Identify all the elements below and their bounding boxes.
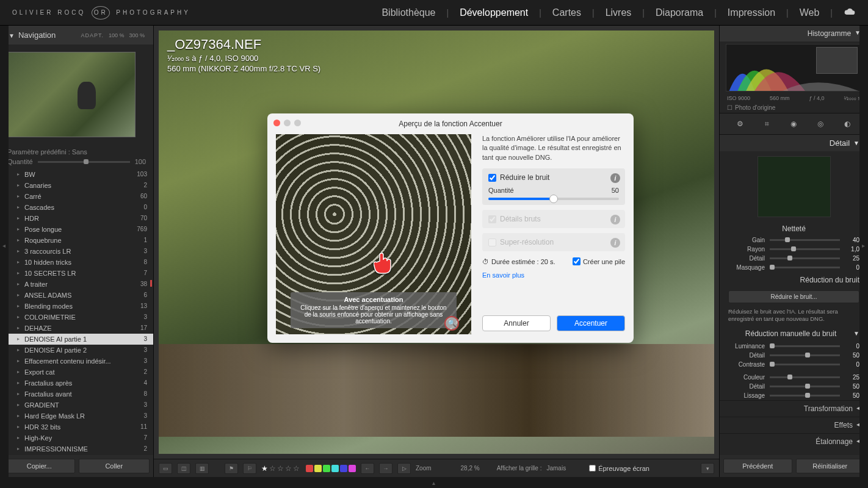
collection-effacement-contenu-ind-sir-[interactable]: ▸Effacement contenu indésir...3 bbox=[0, 356, 153, 367]
nav-fit-label[interactable]: ADAPT. bbox=[81, 32, 104, 38]
module-slideshow[interactable]: Diaporama bbox=[656, 7, 703, 18]
super-resolution-checkbox: Super-résolution bbox=[488, 238, 619, 246]
magnifier-icon[interactable]: 🔍 bbox=[444, 316, 459, 331]
collection-hdr[interactable]: ▸HDR70 bbox=[0, 213, 153, 224]
create-stack-checkbox[interactable]: Créer une pile bbox=[573, 257, 625, 265]
zoom-label: Zoom bbox=[416, 465, 432, 472]
play-icon[interactable]: ▷ bbox=[397, 463, 411, 474]
denoise-ai-button[interactable]: Réduire le bruit... bbox=[728, 290, 859, 303]
panel-effets[interactable]: Effets◂ bbox=[720, 417, 868, 433]
module-develop[interactable]: Développement bbox=[460, 7, 528, 18]
prev-photo-icon[interactable]: ← bbox=[361, 463, 374, 474]
detail-panel-header[interactable]: Détail▼ bbox=[720, 135, 868, 151]
collection-impressionnisme[interactable]: ▸IMPRESSIONNISME2 bbox=[0, 443, 153, 454]
color-labels[interactable] bbox=[306, 465, 356, 472]
denoise-checkbox[interactable]: Réduire le bruit bbox=[488, 173, 619, 182]
histogram[interactable] bbox=[726, 44, 862, 92]
collection-colorimetrie[interactable]: ▸COLORIMETRIE3 bbox=[0, 312, 153, 323]
local-tools-strip: ⚙ ⌗ ◉ ◎ ◐ bbox=[720, 113, 868, 135]
histogram-header[interactable]: Histogramme▼ bbox=[720, 26, 868, 41]
navigator-header[interactable]: ▼Navigation ADAPT. 100 % 300 % bbox=[0, 26, 153, 45]
collection-canaries[interactable]: ▸Canaries2 bbox=[0, 180, 153, 191]
collection-carr-[interactable]: ▸Carré60 bbox=[0, 191, 153, 202]
slider-détail[interactable]: Détail50 bbox=[720, 351, 868, 360]
collection-intersection[interactable]: ▸Intersection4 bbox=[0, 454, 153, 455]
collection-hdr-32-bits[interactable]: ▸HDR 32 bits11 bbox=[0, 422, 153, 432]
copy-button[interactable]: Copier... bbox=[4, 459, 75, 473]
raw-details-checkbox: Détails bruts bbox=[488, 215, 619, 223]
slider-couleur[interactable]: Couleur25 bbox=[720, 373, 868, 382]
redeye-icon[interactable]: ◎ bbox=[814, 118, 826, 129]
flag-pick-icon[interactable]: ⚑ bbox=[225, 463, 238, 474]
mask-icon[interactable]: ◐ bbox=[841, 118, 853, 129]
collection-10-secrets-lr[interactable]: ▸10 SECRETS LR7 bbox=[0, 268, 153, 279]
slider-gain[interactable]: Gain40 bbox=[720, 235, 868, 245]
module-books[interactable]: Livres bbox=[606, 7, 632, 18]
softproof-checkbox[interactable]: Épreuvage écran bbox=[589, 465, 649, 472]
preset-qty-slider[interactable] bbox=[38, 161, 130, 163]
cloud-sync-icon[interactable] bbox=[844, 7, 856, 18]
nav-zoom-300[interactable]: 300 % bbox=[129, 32, 145, 38]
loupe-view-icon[interactable]: ▭ bbox=[159, 463, 172, 474]
learn-more-link[interactable]: En savoir plus bbox=[482, 271, 524, 279]
original-photo-checkbox[interactable]: ☐ Photo d'origine bbox=[720, 102, 868, 113]
collection-fractalius-apr-s[interactable]: ▸Fractalius après4 bbox=[0, 378, 153, 389]
next-photo-icon[interactable]: → bbox=[379, 463, 392, 474]
collection-fractalius-avant[interactable]: ▸Fractalius avant8 bbox=[0, 389, 153, 400]
slider-contraste[interactable]: Contraste0 bbox=[720, 360, 868, 369]
cancel-button[interactable]: Annuler bbox=[482, 315, 551, 331]
collection-roquebrune[interactable]: ▸Roquebrune1 bbox=[0, 235, 153, 246]
right-panel-grip[interactable]: ▸ bbox=[859, 26, 868, 477]
paste-button[interactable]: Coller bbox=[79, 459, 150, 473]
enhance-button[interactable]: Accentuer bbox=[557, 315, 625, 331]
left-panel-grip[interactable]: ◂ bbox=[0, 26, 9, 477]
reset-button[interactable]: Réinitialiser bbox=[796, 459, 865, 473]
collection-denoise-ai-partie-2[interactable]: ▸DENOISE AI partie 23 bbox=[0, 345, 153, 356]
collection-blending-modes[interactable]: ▸Blending modes13 bbox=[0, 301, 153, 312]
edit-sliders-icon[interactable]: ⚙ bbox=[734, 118, 747, 129]
module-library[interactable]: Bibliothèque bbox=[382, 7, 435, 18]
collection-cascades[interactable]: ▸Cascades0 bbox=[0, 202, 153, 213]
collection-denoise-ai-partie-1[interactable]: ▸DENOISE AI partie 13 bbox=[0, 334, 153, 345]
compare-view-icon[interactable]: ◫ bbox=[177, 463, 190, 474]
collection-gradient[interactable]: ▸GRADIENT3 bbox=[0, 400, 153, 411]
preset-section: Paramètre prédéfini : Sans Quantité 100 bbox=[0, 145, 153, 169]
collection-pose-longue[interactable]: ▸Pose longue769 bbox=[0, 224, 153, 235]
slider-détail[interactable]: Détail25 bbox=[720, 254, 868, 263]
grid-value[interactable]: Jamais bbox=[546, 465, 566, 472]
filmstrip-grip[interactable]: ▴ bbox=[0, 477, 868, 488]
slider-masquage[interactable]: Masquage0 bbox=[720, 263, 868, 272]
star-rating[interactable]: ★☆☆☆☆ bbox=[261, 464, 301, 473]
flag-reject-icon[interactable]: ⚐ bbox=[243, 463, 256, 474]
collection-3-raccourcis-lr[interactable]: ▸3 raccourcis LR3 bbox=[0, 246, 153, 257]
panel-étalonnage[interactable]: Étalonnage◂ bbox=[720, 433, 868, 450]
collection-high-key[interactable]: ▸High-Key7 bbox=[0, 432, 153, 443]
collection-10-hidden-tricks[interactable]: ▸10 hidden tricks8 bbox=[0, 257, 153, 268]
crop-icon[interactable]: ⌗ bbox=[761, 118, 773, 129]
collection-ansel-adams[interactable]: ▸ANSEL ADAMS6 bbox=[0, 290, 153, 301]
reference-view-icon[interactable]: ▥ bbox=[195, 463, 209, 474]
nav-zoom-100[interactable]: 100 % bbox=[109, 32, 125, 38]
collection-dehaze[interactable]: ▸DEHAZE17 bbox=[0, 323, 153, 334]
heal-icon[interactable]: ◉ bbox=[787, 118, 800, 129]
collection-a-traiter[interactable]: ▸A traiter38 bbox=[0, 279, 153, 290]
collection-export-cat[interactable]: ▸Export cat2 bbox=[0, 367, 153, 378]
slider-détail[interactable]: Détail50 bbox=[720, 382, 868, 391]
manual-noise-header[interactable]: Réduction manuelle du bruit▼ bbox=[720, 326, 868, 342]
amount-slider[interactable] bbox=[488, 198, 619, 200]
previous-button[interactable]: Précédent bbox=[723, 459, 792, 473]
panel-transformation[interactable]: Transformation◂ bbox=[720, 400, 868, 417]
module-print[interactable]: Impression bbox=[728, 7, 775, 18]
navigator-preview[interactable] bbox=[0, 45, 153, 145]
enhance-preview[interactable]: Avec accentuation Cliquez sur la fenêtre… bbox=[276, 134, 471, 334]
collection-bw[interactable]: ▸BW103 bbox=[0, 169, 153, 180]
module-maps[interactable]: Cartes bbox=[552, 7, 581, 18]
slider-luminance[interactable]: Luminance0 bbox=[720, 342, 868, 351]
slider-lissage[interactable]: Lissage50 bbox=[720, 391, 868, 400]
detail-preview[interactable] bbox=[758, 156, 831, 217]
toolbar-options-icon[interactable]: ▾ bbox=[701, 463, 714, 474]
module-web[interactable]: Web bbox=[800, 7, 820, 18]
close-icon[interactable] bbox=[273, 120, 280, 126]
slider-rayon[interactable]: Rayon1,0 bbox=[720, 245, 868, 254]
collection-hard-edge-mask-lr[interactable]: ▸Hard Edge Mask LR3 bbox=[0, 411, 153, 422]
